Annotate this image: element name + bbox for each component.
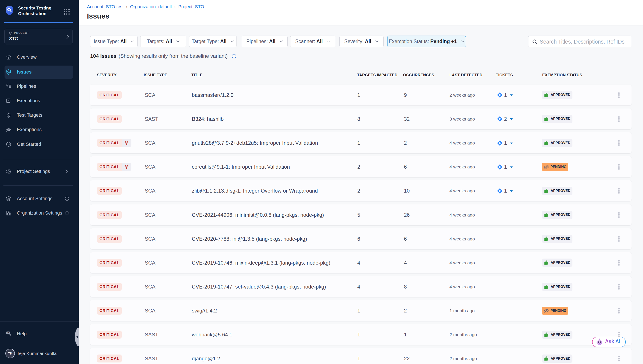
svg-text:?: ? xyxy=(7,332,9,334)
